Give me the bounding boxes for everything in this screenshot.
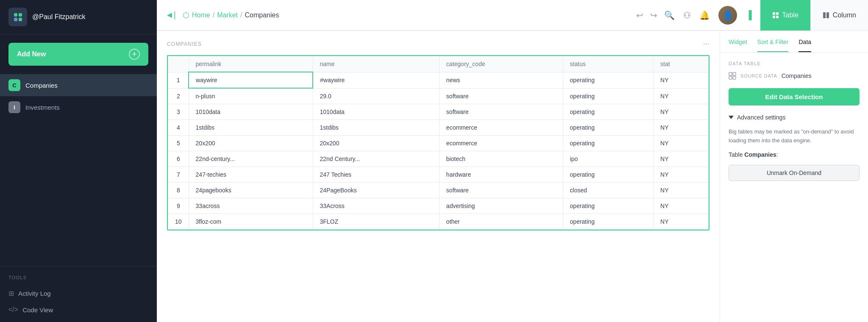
cell-category[interactable]: advertising <box>439 198 563 214</box>
col-name[interactable]: name <box>313 56 439 72</box>
undo-button[interactable]: ↩ <box>636 10 643 20</box>
cell-permalink[interactable]: 20x200 <box>189 136 313 151</box>
nav-back-icon[interactable]: ◄| <box>165 10 176 20</box>
cell-category[interactable]: other <box>439 214 563 230</box>
row-number: 4 <box>168 120 189 136</box>
cell-permalink[interactable]: 33across <box>189 198 313 214</box>
cell-name[interactable]: #waywire <box>313 72 439 88</box>
cell-status[interactable]: operating <box>563 214 654 230</box>
table-row[interactable]: 3 1010data 1010data software operating N… <box>168 104 709 120</box>
rp-tab-data[interactable]: Data <box>798 31 811 52</box>
table-more-icon[interactable]: ··· <box>703 39 709 48</box>
table-row[interactable]: 6 22nd-century... 22nd Century... biotec… <box>168 151 709 167</box>
cell-category[interactable]: software <box>439 183 563 198</box>
rp-tab-sort-filter[interactable]: Sort & Filter <box>757 31 789 52</box>
cell-category[interactable]: biotech <box>439 151 563 167</box>
cell-status[interactable]: operating <box>563 198 654 214</box>
cell-name[interactable]: 29.0 <box>313 88 439 104</box>
cell-stat[interactable]: NY <box>654 104 709 120</box>
breadcrumb-market-link[interactable]: Market <box>217 11 238 19</box>
cell-status[interactable]: operating <box>563 104 654 120</box>
cell-status[interactable]: closed <box>563 183 654 198</box>
sidebar-item-investments[interactable]: I Investments <box>0 96 157 118</box>
flag-right-icon[interactable]: ▐ <box>746 10 751 20</box>
cell-category[interactable]: ecommerce <box>439 120 563 136</box>
cell-status[interactable]: operating <box>563 120 654 136</box>
row-number: 6 <box>168 151 189 167</box>
advanced-settings-toggle[interactable]: Advanced settings <box>729 114 860 121</box>
table-section: COMPANIES ··· permalink name category_co… <box>157 31 720 322</box>
cell-stat[interactable]: NY <box>654 88 709 104</box>
col-permalink[interactable]: permalink <box>189 56 313 72</box>
row-number: 1 <box>168 72 189 88</box>
col-stat[interactable]: stat <box>654 56 709 72</box>
cell-permalink[interactable]: 1stdibs <box>189 120 313 136</box>
rp-tab-widget[interactable]: Widget <box>729 31 747 52</box>
table-row[interactable]: 7 247-techies 247 Techies hardware opera… <box>168 167 709 183</box>
sidebar-item-companies[interactable]: C Companies <box>0 74 157 96</box>
col-status[interactable]: status <box>563 56 654 72</box>
table-row[interactable]: 5 20x200 20x200 ecommerce operating NY <box>168 136 709 151</box>
avatar[interactable]: 👤 <box>718 6 737 25</box>
cell-category[interactable]: hardware <box>439 167 563 183</box>
cell-stat[interactable]: NY <box>654 198 709 214</box>
share-icon[interactable]: ⚇ <box>683 10 691 20</box>
cell-name[interactable]: 1010data <box>313 104 439 120</box>
cell-category[interactable]: software <box>439 104 563 120</box>
cell-stat[interactable]: NY <box>654 72 709 88</box>
topnav: ◄| ⬡ Home / Market / Companies ↩ ↪ 🔍 ⚇ 🔔… <box>157 0 760 31</box>
cell-stat[interactable]: NY <box>654 183 709 198</box>
cell-permalink[interactable]: n-plusn <box>189 88 313 104</box>
add-new-button[interactable]: Add New + <box>8 43 148 66</box>
cell-permalink[interactable]: 247-techies <box>189 167 313 183</box>
topnav-icons: 🔍 ⚇ 🔔 👤 ▐ <box>664 6 751 25</box>
cell-permalink[interactable]: waywire <box>189 72 313 88</box>
table-row[interactable]: 9 33across 33Across advertising operatin… <box>168 198 709 214</box>
cell-category[interactable]: ecommerce <box>439 136 563 151</box>
tab-column[interactable]: Column <box>810 0 868 31</box>
source-data-row: SOURCE DATA Companies <box>729 72 860 80</box>
tab-table[interactable]: Table <box>760 0 810 31</box>
cell-permalink[interactable]: 22nd-century... <box>189 151 313 167</box>
cell-stat[interactable]: NY <box>654 214 709 230</box>
cell-name[interactable]: 1stdibs <box>313 120 439 136</box>
col-category[interactable]: category_code <box>439 56 563 72</box>
redo-button[interactable]: ↪ <box>650 10 657 20</box>
cell-name[interactable]: 33Across <box>313 198 439 214</box>
cell-category[interactable]: news <box>439 72 563 88</box>
cell-permalink[interactable]: 3floz-com <box>189 214 313 230</box>
table-row[interactable]: 2 n-plusn 29.0 software operating NY <box>168 88 709 104</box>
cell-name[interactable]: 247 Techies <box>313 167 439 183</box>
cell-name[interactable]: 20x200 <box>313 136 439 151</box>
cell-status[interactable]: operating <box>563 88 654 104</box>
table-row[interactable]: 4 1stdibs 1stdibs ecommerce operating NY <box>168 120 709 136</box>
breadcrumb-home-link[interactable]: Home <box>192 11 210 19</box>
cell-name[interactable]: 24PageBooks <box>313 183 439 198</box>
cell-category[interactable]: software <box>439 88 563 104</box>
table-row[interactable]: 10 3floz-com 3FLOZ other operating NY <box>168 214 709 230</box>
cell-name[interactable]: 3FLOZ <box>313 214 439 230</box>
cell-status[interactable]: ipo <box>563 151 654 167</box>
investments-icon: I <box>8 101 20 113</box>
table-row[interactable]: 8 24pagebooks 24PageBooks software close… <box>168 183 709 198</box>
cell-stat[interactable]: NY <box>654 120 709 136</box>
edit-data-selection-button[interactable]: Edit Data Selection <box>729 88 860 105</box>
search-icon[interactable]: 🔍 <box>664 10 675 20</box>
activity-log-item[interactable]: ⊞ Activity Log <box>8 285 148 302</box>
cell-status[interactable]: operating <box>563 136 654 151</box>
cell-stat[interactable]: NY <box>654 167 709 183</box>
cell-status[interactable]: operating <box>563 72 654 88</box>
table-row[interactable]: 1 waywire #waywire news operating NY <box>168 72 709 88</box>
cell-status[interactable]: operating <box>563 167 654 183</box>
notifications-icon[interactable]: 🔔 <box>699 10 710 20</box>
code-view-item[interactable]: </> Code View <box>8 302 148 318</box>
cell-stat[interactable]: NY <box>654 136 709 151</box>
code-view-icon: </> <box>8 306 18 314</box>
cell-permalink[interactable]: 24pagebooks <box>189 183 313 198</box>
cell-stat[interactable]: NY <box>654 151 709 167</box>
cell-permalink[interactable]: 1010data <box>189 104 313 120</box>
activity-log-icon: ⊞ <box>8 289 14 297</box>
add-new-label: Add New <box>17 50 46 58</box>
unmark-on-demand-button[interactable]: Unmark On-Demand <box>729 165 860 181</box>
cell-name[interactable]: 22nd Century... <box>313 151 439 167</box>
